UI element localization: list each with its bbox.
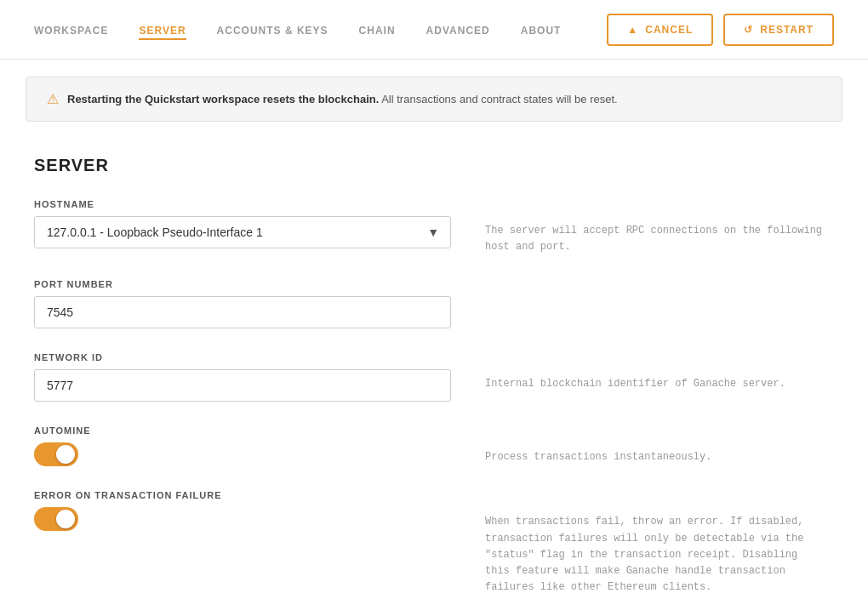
network-id-input[interactable] [34, 369, 451, 402]
hostname-select-wrapper: 127.0.0.1 - Loopback Pseudo-Interface 1 … [34, 216, 451, 248]
error-on-failure-toggle-wrapper [34, 507, 451, 531]
error-on-failure-thumb [56, 510, 75, 528]
port-input[interactable] [34, 296, 451, 328]
network-id-description: Internal blockchain identifier of Ganach… [485, 352, 834, 392]
banner-text: Restarting the Quickstart workspace rese… [67, 93, 618, 106]
network-id-field-group: NETWORK ID [34, 352, 451, 402]
error-on-failure-toggle[interactable] [34, 507, 78, 531]
hostname-field-group: HOSTNAME 127.0.0.1 - Loopback Pseudo-Int… [34, 199, 451, 248]
hostname-select[interactable]: 127.0.0.1 - Loopback Pseudo-Interface 1 [34, 216, 451, 248]
automine-label: AUTOMINE [34, 425, 451, 436]
automine-row: AUTOMINE Process transactions instantane… [34, 425, 834, 466]
network-id-row: NETWORK ID Internal blockchain identifie… [34, 352, 834, 402]
error-on-failure-description: When transactions fail, throw an error. … [485, 490, 834, 596]
automine-field-group: AUTOMINE [34, 425, 451, 466]
nav-item-workspace[interactable]: WORKSPACE [34, 23, 108, 37]
cancel-button[interactable]: CANCEL [607, 14, 713, 46]
nav-item-about[interactable]: ABOUT [521, 23, 562, 37]
error-on-failure-track [34, 507, 78, 531]
nav-item-server[interactable]: SERVER [139, 23, 186, 37]
hostname-label: HOSTNAME [34, 199, 451, 209]
port-number-row: PORT NUMBER [34, 279, 834, 328]
nav-links: WORKSPACE SERVER ACCOUNTS & KEYS CHAIN A… [34, 23, 607, 37]
nav-bar: WORKSPACE SERVER ACCOUNTS & KEYS CHAIN A… [0, 0, 868, 60]
hostname-description: The server will accept RPC connections o… [485, 199, 834, 255]
nav-item-advanced[interactable]: ADVANCED [426, 23, 490, 37]
restart-icon [744, 24, 753, 36]
network-id-label: NETWORK ID [34, 352, 451, 362]
error-on-failure-field-group: ERROR ON TRANSACTION FAILURE [34, 490, 451, 531]
automine-thumb [56, 445, 75, 464]
hostname-row: HOSTNAME 127.0.0.1 - Loopback Pseudo-Int… [34, 199, 834, 255]
automine-toggle[interactable] [34, 442, 78, 466]
nav-item-chain[interactable]: CHAIN [359, 23, 396, 37]
warning-banner: Restarting the Quickstart workspace rese… [26, 77, 842, 122]
automine-toggle-wrapper [34, 442, 451, 466]
automine-description: Process transactions instantaneously. [485, 425, 834, 465]
cancel-icon [627, 24, 638, 36]
port-field-group: PORT NUMBER [34, 279, 451, 328]
main-content: SERVER HOSTNAME 127.0.0.1 - Loopback Pse… [0, 139, 868, 599]
port-label: PORT NUMBER [34, 279, 451, 289]
error-on-failure-label: ERROR ON TRANSACTION FAILURE [34, 490, 451, 500]
section-title: SERVER [34, 156, 834, 175]
error-on-failure-row: ERROR ON TRANSACTION FAILURE When transa… [34, 490, 834, 596]
port-description [485, 279, 834, 303]
warning-icon [47, 91, 59, 107]
automine-track [34, 442, 78, 466]
restart-button[interactable]: RESTART [723, 14, 834, 46]
nav-actions: CANCEL RESTART [607, 14, 834, 46]
nav-item-accounts-keys[interactable]: ACCOUNTS & KEYS [217, 23, 328, 37]
